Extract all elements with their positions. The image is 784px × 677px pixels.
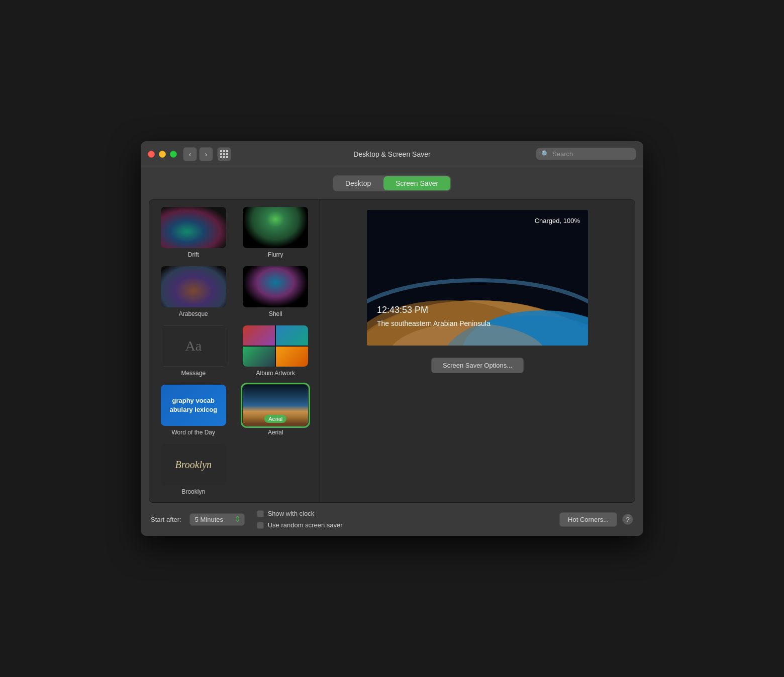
- saver-label-drift: Drift: [188, 251, 199, 258]
- search-icon: 🔍: [541, 150, 549, 158]
- saver-label-message: Message: [181, 370, 206, 377]
- grid-icon: [220, 150, 228, 158]
- saver-grid: Drift Flurry Arabesque: [154, 205, 315, 497]
- show-with-clock-row[interactable]: Show with clock: [257, 510, 343, 517]
- saver-item-shell[interactable]: Shell: [237, 264, 315, 319]
- flurry-art: [243, 207, 308, 248]
- segmented-control: Desktop Screen Saver: [333, 175, 451, 191]
- nav-buttons: ‹ ›: [183, 147, 231, 161]
- back-button[interactable]: ‹: [183, 147, 197, 161]
- app-grid-button[interactable]: [217, 147, 231, 161]
- saver-thumb-drift: [161, 207, 226, 248]
- preview-screen: Charged, 100% 12:43:53 PM The southeaste…: [367, 210, 588, 346]
- album-cell-4: [276, 347, 308, 367]
- saver-label-word: Word of the Day: [172, 429, 215, 436]
- start-after-select-wrapper: 1 Minute 2 Minutes 5 Minutes 10 Minutes …: [189, 513, 245, 526]
- saver-thumb-aerial: Aerial: [243, 385, 308, 426]
- word-art: graphy vocababulary lexicog: [161, 385, 226, 426]
- back-icon: ‹: [189, 150, 191, 158]
- saver-item-word[interactable]: graphy vocababulary lexicog Word of the …: [154, 383, 233, 438]
- screen-saver-options-button[interactable]: Screen Saver Options...: [431, 358, 524, 373]
- saver-item-message[interactable]: Aa Message: [154, 323, 233, 379]
- saver-thumb-word: graphy vocababulary lexicog: [161, 385, 226, 426]
- message-art: Aa: [161, 325, 226, 367]
- saver-thumb-shell: [243, 266, 308, 307]
- saver-label-shell: Shell: [269, 310, 282, 317]
- checkboxes: Show with clock Use random screen saver: [257, 510, 343, 529]
- hot-corners-button[interactable]: Hot Corners...: [559, 512, 617, 527]
- saver-thumb-arabesque: [161, 266, 226, 307]
- album-art: [243, 325, 308, 367]
- tab-desktop[interactable]: Desktop: [333, 176, 383, 191]
- saver-item-album-artwork[interactable]: Album Artwork: [237, 323, 315, 379]
- saver-label-aerial: Aerial: [268, 429, 283, 436]
- preview-time-text: 12:43:53 PM: [377, 305, 428, 315]
- start-after-label: Start after:: [151, 516, 181, 523]
- help-button[interactable]: ?: [622, 514, 633, 525]
- saver-thumb-brooklyn: Brooklyn: [161, 444, 226, 485]
- arabesque-art: [161, 266, 226, 307]
- search-input[interactable]: [552, 150, 631, 158]
- preview-battery-text: Charged, 100%: [535, 217, 580, 224]
- saver-item-drift[interactable]: Drift: [154, 205, 233, 260]
- drift-art: [161, 207, 226, 248]
- maximize-button[interactable]: [170, 151, 177, 158]
- tabs-row: Desktop Screen Saver: [141, 167, 643, 199]
- saver-item-flurry[interactable]: Flurry: [237, 205, 315, 260]
- traffic-lights: [148, 151, 177, 158]
- forward-button[interactable]: ›: [199, 147, 213, 161]
- search-bar[interactable]: 🔍: [536, 148, 636, 160]
- tab-screen-saver[interactable]: Screen Saver: [383, 176, 450, 190]
- brooklyn-text: Brooklyn: [175, 459, 212, 471]
- use-random-row[interactable]: Use random screen saver: [257, 521, 343, 529]
- album-cell-1: [243, 325, 275, 346]
- saver-thumb-album: [243, 325, 308, 367]
- album-cell-3: [243, 347, 275, 367]
- shell-art: [243, 266, 308, 307]
- use-random-checkbox[interactable]: [257, 522, 264, 529]
- album-cell-2: [276, 325, 308, 346]
- aerial-badge: Aerial: [264, 415, 286, 423]
- word-art-text: graphy vocababulary lexicog: [167, 394, 219, 416]
- saver-label-arabesque: Arabesque: [179, 310, 208, 317]
- saver-thumb-flurry: [243, 207, 308, 248]
- window-title: Desktop & Screen Saver: [353, 150, 430, 158]
- show-with-clock-label: Show with clock: [268, 510, 314, 517]
- start-after-select[interactable]: 1 Minute 2 Minutes 5 Minutes 10 Minutes …: [189, 513, 245, 526]
- bottom-bar: Start after: 1 Minute 2 Minutes 5 Minute…: [141, 503, 643, 536]
- screen-saver-list: Drift Flurry Arabesque: [149, 200, 320, 502]
- main-content: Drift Flurry Arabesque: [149, 199, 635, 503]
- saver-item-brooklyn[interactable]: Brooklyn Brooklyn: [154, 442, 233, 497]
- minimize-button[interactable]: [159, 151, 166, 158]
- right-buttons: Hot Corners... ?: [559, 512, 633, 527]
- forward-icon: ›: [205, 150, 208, 158]
- close-button[interactable]: [148, 151, 155, 158]
- titlebar: ‹ › Desktop & Screen Saver 🔍: [141, 141, 643, 167]
- saver-thumb-message: Aa: [161, 325, 226, 367]
- saver-label-brooklyn: Brooklyn: [181, 488, 205, 495]
- saver-label-flurry: Flurry: [268, 251, 283, 258]
- preview-location-text: The southeastern Arabian Peninsula: [377, 319, 491, 327]
- brooklyn-art: Brooklyn: [161, 444, 226, 485]
- saver-label-album: Album Artwork: [256, 370, 295, 377]
- use-random-label: Use random screen saver: [268, 521, 343, 529]
- main-window: ‹ › Desktop & Screen Saver 🔍 Desktop Scr…: [141, 141, 643, 536]
- saver-item-aerial[interactable]: Aerial Aerial: [237, 383, 315, 438]
- show-with-clock-checkbox[interactable]: [257, 510, 264, 517]
- saver-item-arabesque[interactable]: Arabesque: [154, 264, 233, 319]
- preview-pane: Charged, 100% 12:43:53 PM The southeaste…: [320, 200, 635, 502]
